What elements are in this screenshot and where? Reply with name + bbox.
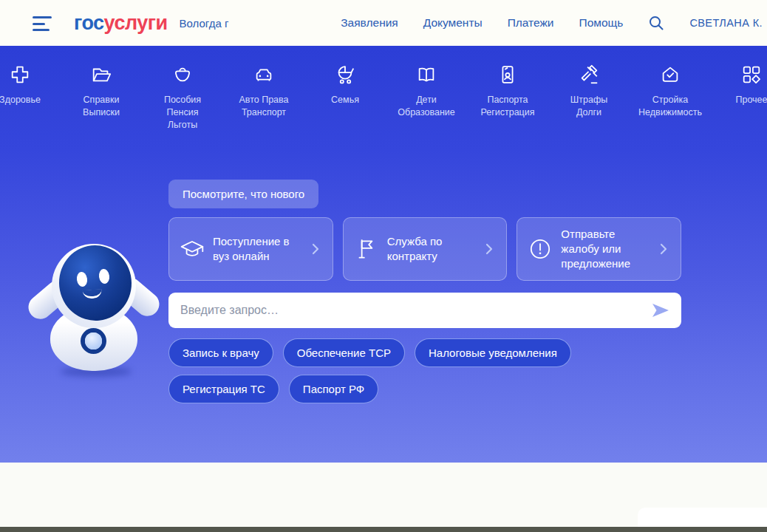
nav-item-payments[interactable]: Платежи	[508, 16, 554, 30]
chevron-right-icon	[482, 242, 497, 256]
chevron-right-icon	[656, 242, 671, 256]
card-university-admission[interactable]: Поступление ввуз онлайн	[168, 217, 333, 281]
category-passports[interactable]: ПаспортаРегистрация	[467, 64, 548, 132]
graduation-cap-icon	[179, 236, 205, 262]
whats-new-button[interactable]: Посмотрите, что нового	[168, 180, 318, 208]
send-arrow-icon[interactable]	[650, 300, 671, 321]
category-realestate[interactable]: СтройкаНедвижимость	[630, 64, 711, 132]
chip-doctor-appointment[interactable]: Запись к врачу	[168, 338, 273, 367]
category-other[interactable]: Прочее	[711, 64, 767, 132]
search-icon[interactable]	[648, 15, 664, 31]
card-complaint[interactable]: Отправьтежалобу илипредложение	[517, 217, 681, 281]
gosuslugi-logo[interactable]: госуслуги	[74, 12, 168, 35]
house-check-icon	[659, 64, 681, 86]
city-selector[interactable]: Вологда г	[180, 17, 229, 30]
suggestion-chips: Запись к врачу Обеспечение ТСР Налоговые…	[168, 338, 686, 403]
medical-cross-icon	[9, 64, 31, 86]
category-certificates[interactable]: СправкиВыписки	[61, 64, 142, 132]
taskbar-edge	[0, 527, 767, 532]
logo-part-red: услуги	[104, 12, 168, 34]
category-family[interactable]: Семья	[304, 64, 386, 132]
top-header: госуслуги Вологда г Заявления Документы …	[0, 0, 767, 46]
nav-item-documents[interactable]: Документы	[423, 16, 483, 30]
logo-part-blue: гос	[74, 12, 104, 34]
category-health[interactable]: Здоровье	[0, 64, 61, 132]
promo-cards: Поступление ввуз онлайн Служба поконтрак…	[168, 217, 681, 281]
flag-icon	[353, 236, 380, 262]
nav-item-applications[interactable]: Заявления	[341, 16, 398, 30]
service-categories: Здоровье СправкиВыписки ПособияПенсияЛьг…	[0, 64, 767, 132]
chip-tax-notifications[interactable]: Налоговые уведомления	[415, 338, 571, 367]
open-book-icon	[415, 64, 437, 86]
passport-icon	[497, 64, 519, 86]
car-icon	[253, 64, 275, 86]
grid-icon	[740, 64, 763, 86]
card-contract-service[interactable]: Служба поконтракту	[343, 217, 508, 281]
folder-icon	[90, 64, 112, 86]
category-benefits[interactable]: ПособияПенсияЛьготы	[142, 64, 223, 132]
hero-section: Здоровье СправкиВыписки ПособияПенсияЛьг…	[0, 46, 767, 463]
query-input[interactable]	[180, 304, 650, 317]
bottom-right-panel	[638, 508, 767, 527]
chevron-right-icon	[308, 242, 323, 256]
gavel-icon	[578, 64, 600, 86]
robot-assistant-mascot[interactable]	[28, 242, 161, 384]
exclamation-circle-icon	[527, 236, 553, 262]
nav-item-help[interactable]: Помощь	[579, 16, 624, 30]
category-fines[interactable]: ШтрафыДолги	[548, 64, 630, 132]
chip-rf-passport[interactable]: Паспорт РФ	[289, 375, 378, 403]
assistant-search-bar	[168, 293, 681, 328]
stroller-icon	[334, 64, 356, 86]
user-account-button[interactable]: СВЕТЛАНА К.	[689, 17, 763, 29]
category-education[interactable]: ДетиОбразование	[386, 64, 467, 132]
top-navigation: Заявления Документы Платежи Помощь СВЕТЛ…	[341, 15, 760, 31]
chip-tsr-provision[interactable]: Обеспечение ТСР	[283, 338, 405, 367]
menu-hamburger-icon[interactable]	[33, 16, 53, 31]
content-section-below	[0, 463, 767, 527]
mascot-chest-button	[85, 332, 102, 349]
category-auto[interactable]: Авто ПраваТранспорт	[223, 64, 304, 132]
purse-icon	[171, 64, 194, 86]
chip-vehicle-registration[interactable]: Регистрация ТС	[168, 375, 279, 403]
